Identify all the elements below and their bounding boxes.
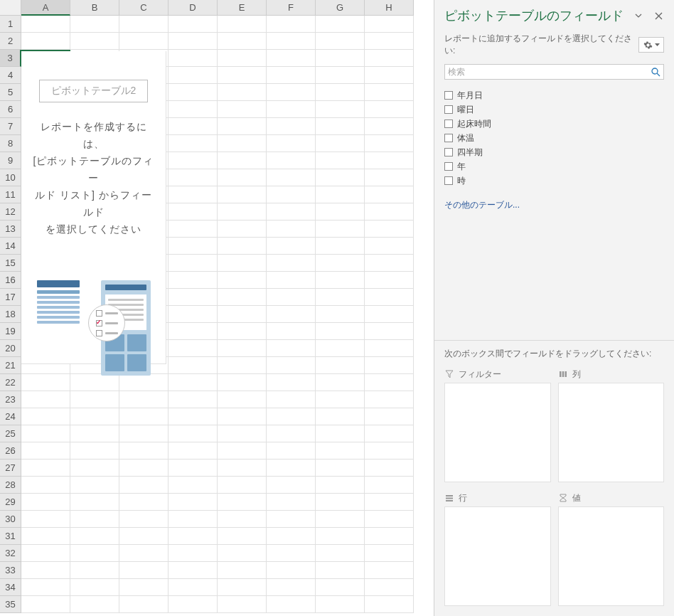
cell[interactable] bbox=[267, 511, 316, 528]
cell[interactable] bbox=[365, 306, 414, 323]
cell[interactable] bbox=[365, 255, 414, 272]
cell[interactable] bbox=[119, 408, 168, 425]
close-icon[interactable] bbox=[653, 10, 664, 21]
row-header[interactable]: 7 bbox=[0, 118, 21, 135]
cell[interactable] bbox=[267, 186, 316, 203]
cell[interactable] bbox=[218, 442, 267, 460]
layout-options-button[interactable] bbox=[638, 37, 664, 53]
cell[interactable] bbox=[218, 50, 267, 67]
row-header[interactable]: 32 bbox=[0, 545, 21, 562]
cell[interactable] bbox=[218, 16, 267, 33]
cell[interactable] bbox=[70, 408, 119, 425]
cell[interactable] bbox=[365, 425, 414, 442]
column-header[interactable]: H bbox=[365, 0, 414, 16]
cell[interactable] bbox=[316, 169, 365, 186]
cell[interactable] bbox=[168, 579, 218, 596]
row-header[interactable]: 8 bbox=[0, 135, 21, 152]
cell[interactable] bbox=[365, 221, 414, 238]
cell[interactable] bbox=[267, 101, 316, 118]
cell[interactable] bbox=[21, 596, 70, 613]
cell[interactable] bbox=[119, 425, 168, 442]
cell[interactable] bbox=[365, 135, 414, 152]
row-header[interactable]: 4 bbox=[0, 67, 21, 84]
cell[interactable] bbox=[168, 323, 218, 340]
checkbox-icon[interactable] bbox=[444, 134, 453, 142]
field-item[interactable]: 年 bbox=[444, 159, 664, 174]
select-all-corner[interactable] bbox=[0, 0, 21, 16]
cell[interactable] bbox=[168, 118, 218, 135]
cell[interactable] bbox=[119, 562, 168, 579]
cell[interactable] bbox=[70, 442, 119, 460]
cell[interactable] bbox=[70, 562, 119, 579]
row-header[interactable]: 6 bbox=[0, 101, 21, 118]
cell[interactable] bbox=[168, 255, 218, 272]
cell[interactable] bbox=[316, 425, 365, 442]
cell[interactable] bbox=[316, 118, 365, 135]
cell[interactable] bbox=[316, 272, 365, 289]
cell[interactable] bbox=[316, 562, 365, 579]
cell[interactable] bbox=[316, 84, 365, 101]
cell[interactable] bbox=[267, 289, 316, 306]
cell[interactable] bbox=[218, 511, 267, 528]
field-item[interactable]: 曜日 bbox=[444, 102, 664, 117]
cell[interactable] bbox=[168, 374, 218, 391]
cell[interactable] bbox=[365, 340, 414, 357]
cell[interactable] bbox=[365, 562, 414, 579]
cell[interactable] bbox=[168, 442, 218, 460]
cell[interactable] bbox=[316, 67, 365, 84]
cell[interactable] bbox=[365, 477, 414, 494]
cell[interactable] bbox=[119, 596, 168, 613]
cell[interactable] bbox=[267, 460, 316, 477]
checkbox-icon[interactable] bbox=[444, 162, 453, 171]
cell[interactable] bbox=[365, 238, 414, 255]
cell[interactable] bbox=[119, 374, 168, 391]
row-header[interactable]: 15 bbox=[0, 255, 21, 272]
cell[interactable] bbox=[168, 357, 218, 374]
cell[interactable] bbox=[218, 67, 267, 84]
cell[interactable] bbox=[21, 528, 70, 545]
cell[interactable] bbox=[218, 221, 267, 238]
cell[interactable] bbox=[218, 306, 267, 323]
row-header[interactable]: 35 bbox=[0, 596, 21, 613]
row-header[interactable]: 1 bbox=[0, 16, 21, 33]
cell[interactable] bbox=[316, 221, 365, 238]
cell[interactable] bbox=[316, 442, 365, 460]
cell[interactable] bbox=[168, 84, 218, 101]
cell[interactable] bbox=[267, 50, 316, 67]
other-tables-link[interactable]: その他のテーブル... bbox=[434, 191, 674, 220]
cell[interactable] bbox=[70, 374, 119, 391]
cell[interactable] bbox=[316, 579, 365, 596]
columns-drop-body[interactable] bbox=[558, 383, 665, 482]
cell[interactable] bbox=[316, 374, 365, 391]
cell[interactable] bbox=[168, 203, 218, 221]
cell[interactable] bbox=[168, 494, 218, 511]
field-item[interactable]: 時 bbox=[444, 174, 664, 188]
rows-drop-body[interactable] bbox=[444, 506, 551, 606]
cell[interactable] bbox=[267, 135, 316, 152]
cell[interactable] bbox=[119, 579, 168, 596]
cell[interactable] bbox=[21, 511, 70, 528]
cell[interactable] bbox=[168, 221, 218, 238]
cell[interactable] bbox=[316, 545, 365, 562]
column-header[interactable]: A bbox=[21, 0, 70, 16]
cell[interactable] bbox=[365, 33, 414, 50]
cell[interactable] bbox=[365, 169, 414, 186]
row-header[interactable]: 31 bbox=[0, 528, 21, 545]
cell[interactable] bbox=[168, 425, 218, 442]
cell[interactable] bbox=[70, 16, 119, 33]
values-drop-zone[interactable]: 値 bbox=[558, 489, 665, 606]
row-header[interactable]: 26 bbox=[0, 442, 21, 460]
cell[interactable] bbox=[119, 528, 168, 545]
cell[interactable] bbox=[168, 101, 218, 118]
cell[interactable] bbox=[70, 596, 119, 613]
cell[interactable] bbox=[267, 357, 316, 374]
cell[interactable] bbox=[119, 477, 168, 494]
cell[interactable] bbox=[218, 169, 267, 186]
cell[interactable] bbox=[267, 545, 316, 562]
cell[interactable] bbox=[365, 101, 414, 118]
cell[interactable] bbox=[365, 186, 414, 203]
cell[interactable] bbox=[70, 477, 119, 494]
cell[interactable] bbox=[70, 511, 119, 528]
cell[interactable] bbox=[316, 460, 365, 477]
cell[interactable] bbox=[365, 494, 414, 511]
